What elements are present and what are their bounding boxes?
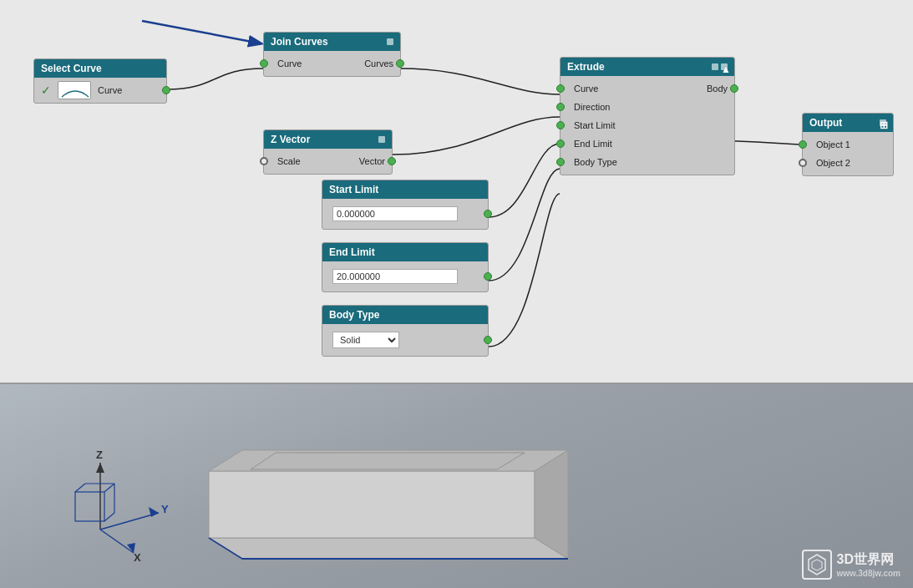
node-extrude: Extrude ▲ Curve Body Direction Start Lim… (560, 57, 735, 175)
3d-box-shape (184, 396, 585, 571)
axes-indicator: Z Y X (50, 429, 184, 563)
svg-line-1 (142, 21, 261, 43)
z-vector-input-label: Scale (277, 156, 301, 166)
node-join-curves-icons (387, 38, 393, 45)
svg-text:Y: Y (161, 503, 169, 515)
node-output: Output ⊞ Object 1 Object 2 (802, 113, 894, 176)
end-limit-input[interactable] (332, 269, 458, 284)
z-vector-input-port[interactable] (260, 157, 268, 165)
node-body-type-header: Body Type (322, 306, 488, 324)
node-output-title: Output (809, 117, 842, 129)
node-body-type: Body Type Solid Sheet (322, 305, 489, 357)
node-output-header: Output ⊞ (803, 114, 893, 132)
3d-viewport[interactable]: Z Y X (0, 384, 913, 588)
node-start-limit: Start Limit (322, 180, 489, 230)
svg-marker-8 (96, 463, 104, 473)
node-select-curve-title: Select Curve (41, 63, 102, 74)
svg-text:X: X (134, 551, 141, 563)
node-end-limit-title: End Limit (329, 246, 375, 258)
body-type-output-port[interactable] (484, 336, 492, 344)
body-type-select[interactable]: Solid Sheet (332, 332, 399, 348)
join-curves-output-label: Curves (364, 58, 393, 68)
extrude-body-type-label: Body Type (574, 157, 617, 167)
svg-marker-24 (809, 555, 825, 575)
node-z-vector-title: Z Vector (271, 134, 310, 145)
extrude-body-type-port[interactable] (556, 158, 565, 166)
search-icon[interactable] (378, 136, 385, 143)
extrude-body-port[interactable] (730, 84, 738, 93)
node-extrude-title: Extrude (567, 61, 605, 73)
svg-marker-17 (209, 538, 568, 559)
z-vector-output-port[interactable] (388, 157, 396, 165)
output-object1-label: Object 1 (816, 139, 850, 150)
curve-preview-icon (58, 81, 91, 99)
node-end-limit: End Limit (322, 242, 489, 292)
watermark-text: 3D世界网 www.3d8jw.com (837, 551, 901, 578)
output-object2-port[interactable] (799, 159, 807, 167)
node-select-curve: Select Curve ✓ Curve (33, 58, 167, 104)
extrude-direction-label: Direction (574, 102, 610, 112)
node-z-vector: Z Vector Scale Vector (263, 129, 393, 175)
svg-text:Z: Z (96, 449, 103, 461)
output-object1-port[interactable] (799, 140, 807, 149)
node-body-type-title: Body Type (329, 309, 379, 321)
extrude-curve-port[interactable] (556, 84, 565, 93)
join-curves-output-port[interactable] (396, 59, 404, 68)
node-editor-panel: Select Curve ✓ Curve Join Curves Curve (0, 0, 913, 384)
select-curve-output-port[interactable] (162, 86, 170, 94)
svg-line-13 (104, 484, 114, 492)
z-vector-output-label: Vector (359, 156, 385, 166)
join-curves-input-port[interactable] (260, 59, 268, 68)
select-curve-port-label: Curve (98, 85, 122, 95)
checkmark-icon: ✓ (41, 84, 51, 97)
watermark-icon (802, 550, 832, 580)
join-curves-input-label: Curve (277, 58, 302, 68)
node-start-limit-header: Start Limit (322, 180, 488, 199)
node-output-icons: ⊞ (880, 119, 886, 126)
svg-marker-18 (209, 471, 535, 538)
search-icon[interactable] (712, 63, 718, 70)
start-limit-input[interactable] (332, 206, 458, 221)
node-join-curves: Join Curves Curve Curves (263, 32, 401, 77)
expand-icon[interactable]: ▲ (721, 63, 728, 70)
svg-line-4 (100, 513, 159, 530)
node-start-limit-title: Start Limit (329, 184, 378, 195)
svg-line-12 (75, 484, 85, 492)
node-join-curves-title: Join Curves (271, 36, 328, 48)
svg-marker-25 (812, 560, 822, 570)
node-extrude-header: Extrude ▲ (560, 58, 734, 76)
extrude-end-limit-port[interactable] (556, 139, 565, 148)
svg-line-6 (100, 530, 134, 553)
svg-line-14 (104, 513, 114, 521)
svg-marker-19 (209, 450, 568, 471)
output-object2-label: Object 2 (816, 158, 850, 168)
extrude-end-limit-label: End Limit (574, 139, 612, 149)
extrude-direction-port[interactable] (556, 103, 565, 111)
extrude-start-limit-label: Start Limit (574, 120, 616, 130)
grid-icon[interactable]: ⊞ (880, 119, 886, 126)
node-extrude-icons: ▲ (712, 63, 728, 70)
node-join-curves-header: Join Curves (264, 33, 400, 51)
node-z-vector-icons (378, 136, 385, 143)
end-limit-output-port[interactable] (484, 272, 492, 281)
extrude-body-label: Body (707, 84, 728, 94)
node-select-curve-header: Select Curve (34, 59, 166, 78)
node-z-vector-header: Z Vector (264, 130, 392, 149)
watermark: 3D世界网 www.3d8jw.com (802, 550, 901, 580)
start-limit-output-port[interactable] (484, 210, 492, 218)
search-icon[interactable] (387, 38, 393, 45)
extrude-curve-label: Curve (574, 84, 598, 94)
extrude-start-limit-port[interactable] (556, 121, 565, 129)
node-end-limit-header: End Limit (322, 243, 488, 261)
